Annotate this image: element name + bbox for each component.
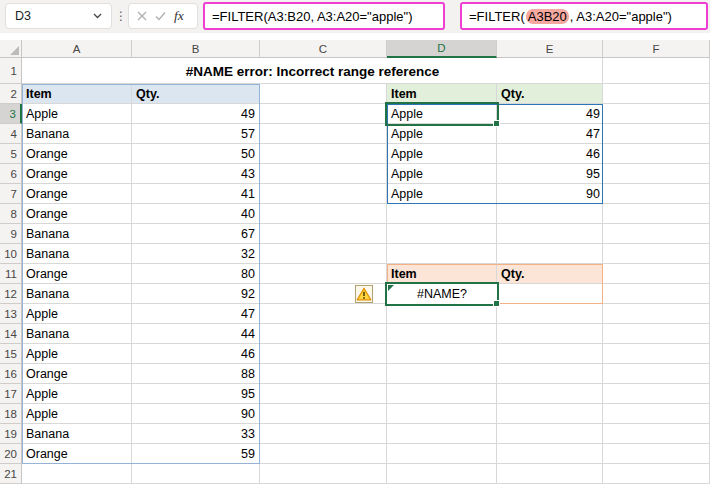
cell-c3[interactable] [260, 104, 387, 124]
cell-e18[interactable] [497, 404, 603, 424]
formula-bar-options-icon[interactable]: ⋮ [115, 8, 127, 24]
cell-f19[interactable] [603, 424, 710, 444]
cell-a21[interactable] [22, 464, 132, 484]
cell-f11[interactable] [603, 264, 710, 284]
cell-d14[interactable] [387, 324, 497, 344]
cell-c2[interactable] [260, 84, 387, 104]
cell-f2[interactable] [603, 84, 710, 104]
name-box[interactable]: D3 [5, 3, 112, 29]
cell-f15[interactable] [603, 344, 710, 364]
cell-f13[interactable] [603, 304, 710, 324]
cell-c9[interactable] [260, 224, 387, 244]
cell-f21[interactable] [603, 464, 710, 484]
cell-c14[interactable] [260, 324, 387, 344]
cell-d19[interactable] [387, 424, 497, 444]
row-header-2[interactable]: 2 [0, 84, 22, 104]
cell-f4[interactable] [603, 124, 710, 144]
cell-e14[interactable] [497, 324, 603, 344]
row-header-9[interactable]: 9 [0, 224, 22, 244]
formula-input-error[interactable]: =FILTER(A3B20, A3:A20="apple") [460, 2, 708, 30]
row-header-10[interactable]: 10 [0, 244, 22, 264]
row-header-1[interactable]: 1 [0, 58, 22, 84]
cell-e8[interactable] [497, 204, 603, 224]
cell-f6[interactable] [603, 164, 710, 184]
cell-f17[interactable] [603, 384, 710, 404]
row-header-19[interactable]: 19 [0, 424, 22, 444]
cell-e16[interactable] [497, 364, 603, 384]
row-header-6[interactable]: 6 [0, 164, 22, 184]
row-header-18[interactable]: 18 [0, 404, 22, 424]
row-header-21[interactable]: 21 [0, 464, 22, 484]
row-header-15[interactable]: 15 [0, 344, 22, 364]
formula-input-correct[interactable]: =FILTER(A3:B20, A3:A20="apple") [203, 2, 445, 30]
row-header-12[interactable]: 12 [0, 284, 22, 304]
cell-f8[interactable] [603, 204, 710, 224]
enter-check-icon[interactable] [155, 11, 166, 21]
cell-d15[interactable] [387, 344, 497, 364]
row-header-7[interactable]: 7 [0, 184, 22, 204]
cell-c19[interactable] [260, 424, 387, 444]
row-header-13[interactable]: 13 [0, 304, 22, 324]
error-warning-icon[interactable] [355, 285, 373, 303]
cell-f20[interactable] [603, 444, 710, 464]
select-all-button[interactable] [0, 40, 22, 58]
insert-function-icon[interactable]: fx [174, 8, 184, 24]
column-header-d[interactable]: D [387, 40, 497, 58]
cell-c6[interactable] [260, 164, 387, 184]
cell-c5[interactable] [260, 144, 387, 164]
row-header-16[interactable]: 16 [0, 364, 22, 384]
cell-e19[interactable] [497, 424, 603, 444]
row-header-17[interactable]: 17 [0, 384, 22, 404]
column-header-e[interactable]: E [497, 40, 603, 58]
chevron-down-icon[interactable] [93, 13, 102, 19]
column-header-c[interactable]: C [260, 40, 387, 58]
row-header-5[interactable]: 5 [0, 144, 22, 164]
cell-c17[interactable] [260, 384, 387, 404]
cell-f1[interactable] [603, 58, 710, 84]
cell-c21[interactable] [260, 464, 387, 484]
cell-f18[interactable] [603, 404, 710, 424]
fill-handle[interactable] [493, 120, 500, 127]
cell-f14[interactable] [603, 324, 710, 344]
cell-c7[interactable] [260, 184, 387, 204]
cell-c18[interactable] [260, 404, 387, 424]
row-header-11[interactable]: 11 [0, 264, 22, 284]
cell-c11[interactable] [260, 264, 387, 284]
cell-f7[interactable] [603, 184, 710, 204]
cell-c10[interactable] [260, 244, 387, 264]
cell-f12[interactable] [603, 284, 710, 304]
cell-e12[interactable] [497, 284, 603, 304]
row-header-20[interactable]: 20 [0, 444, 22, 464]
cell-c15[interactable] [260, 344, 387, 364]
cell-d18[interactable] [387, 404, 497, 424]
cell-d9[interactable] [387, 224, 497, 244]
cell-d17[interactable] [387, 384, 497, 404]
cell-f10[interactable] [603, 244, 710, 264]
cell-e9[interactable] [497, 224, 603, 244]
cell-e15[interactable] [497, 344, 603, 364]
cell-d21[interactable] [387, 464, 497, 484]
cancel-icon[interactable] [137, 11, 147, 21]
cell-b21[interactable] [132, 464, 260, 484]
row-header-8[interactable]: 8 [0, 204, 22, 224]
cell-d10[interactable] [387, 244, 497, 264]
row-header-3[interactable]: 3 [0, 104, 22, 124]
row-header-4[interactable]: 4 [0, 124, 22, 144]
cell-f9[interactable] [603, 224, 710, 244]
cell-d20[interactable] [387, 444, 497, 464]
cell-c13[interactable] [260, 304, 387, 324]
cell-c20[interactable] [260, 444, 387, 464]
cell-f3[interactable] [603, 104, 710, 124]
column-header-b[interactable]: B [132, 40, 260, 58]
cell-d8[interactable] [387, 204, 497, 224]
cell-d16[interactable] [387, 364, 497, 384]
cell-e20[interactable] [497, 444, 603, 464]
cell-c8[interactable] [260, 204, 387, 224]
cell-d13[interactable] [387, 304, 497, 324]
row-header-14[interactable]: 14 [0, 324, 22, 344]
cell-e17[interactable] [497, 384, 603, 404]
column-header-a[interactable]: A [22, 40, 132, 58]
cell-f5[interactable] [603, 144, 710, 164]
error-cell-d12[interactable]: #NAME? [385, 282, 499, 306]
cell-e21[interactable] [497, 464, 603, 484]
